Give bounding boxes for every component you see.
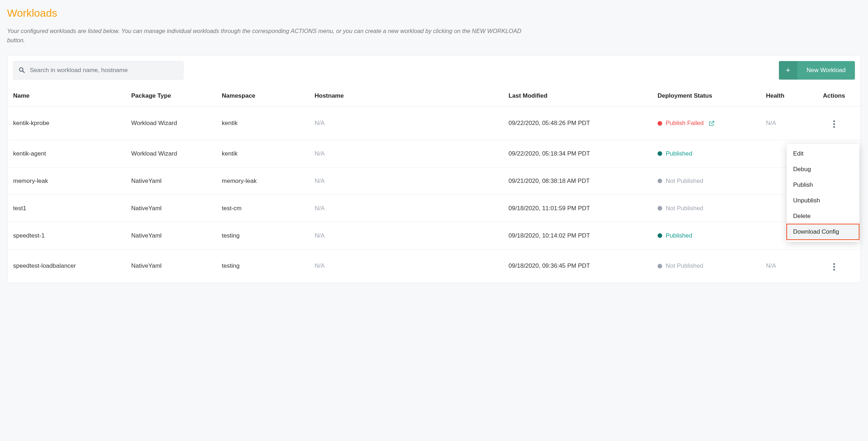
status-dot (658, 233, 662, 238)
cell-deployment-status: Not Published (652, 195, 760, 222)
cell-package-type: NativeYaml (126, 195, 216, 222)
table-row[interactable]: memory-leakNativeYamlmemory-leakN/A09/21… (7, 167, 861, 195)
cell-package-type: NativeYaml (126, 222, 216, 249)
status-text: Publish Failed (666, 120, 704, 127)
col-deployment-status[interactable]: Deployment Status (652, 85, 760, 107)
status-dot (658, 179, 662, 183)
cell-name: kentik-kprobe (7, 107, 126, 140)
status-dot (658, 121, 662, 126)
cell-last-modified: 09/18/2020, 10:14:02 PM PDT (503, 222, 652, 249)
status-text: Not Published (666, 205, 703, 212)
cell-last-modified: 09/21/2020, 08:38:18 AM PDT (503, 167, 652, 195)
new-workload-label: New Workload (797, 61, 855, 80)
status-dot (658, 151, 662, 156)
page-title: Workloads (7, 7, 861, 19)
table-row[interactable]: speedtest-1NativeYamltestingN/A09/18/202… (7, 222, 861, 249)
col-health[interactable]: Health (760, 85, 807, 107)
health-value: N/A (766, 262, 776, 269)
cell-namespace: testing (216, 222, 309, 249)
cell-deployment-status: Published (652, 140, 760, 167)
status-text: Published (666, 232, 692, 239)
cell-actions (807, 249, 861, 283)
cell-hostname: N/A (309, 249, 503, 283)
card-header: + New Workload (7, 55, 861, 85)
cell-hostname: N/A (309, 167, 503, 195)
cell-deployment-status: Not Published (652, 167, 760, 195)
cell-hostname: N/A (309, 222, 503, 249)
cell-package-type: Workload Wizard (126, 140, 216, 167)
cell-name: speedtest-loadbalancer (7, 249, 126, 283)
cell-actions (807, 107, 861, 140)
svg-line-0 (711, 121, 714, 124)
workloads-table: Name Package Type Namespace Hostname Las… (7, 85, 861, 283)
table-row[interactable]: test1NativeYamltest-cmN/A09/18/2020, 11:… (7, 195, 861, 222)
status-text: Not Published (666, 178, 703, 185)
menu-item-unpublish[interactable]: Unpublish (787, 193, 859, 208)
cell-deployment-status: Publish Failed (652, 107, 760, 140)
cell-namespace: kentik (216, 140, 309, 167)
menu-item-download-config[interactable]: Download Config (787, 224, 859, 240)
table-row[interactable]: kentik-agentWorkload WizardkentikN/A09/2… (7, 140, 861, 167)
cell-namespace: kentik (216, 107, 309, 140)
actions-kebab[interactable] (831, 261, 837, 273)
cell-deployment-status: Not Published (652, 249, 760, 283)
cell-health: N/A (760, 107, 807, 140)
col-name[interactable]: Name (7, 85, 126, 107)
page-subtitle: Your configured workloads are listed bel… (7, 26, 539, 45)
status-text: Not Published (666, 262, 703, 270)
cell-package-type: NativeYaml (126, 167, 216, 195)
status-text: Published (666, 150, 692, 157)
workloads-card: + New Workload Name Package Type Namespa… (7, 55, 861, 283)
table-header-row: Name Package Type Namespace Hostname Las… (7, 85, 861, 107)
col-actions: Actions (807, 85, 861, 107)
cell-last-modified: 09/18/2020, 09:36:45 PM PDT (503, 249, 652, 283)
cell-hostname: N/A (309, 107, 503, 140)
col-namespace[interactable]: Namespace (216, 85, 309, 107)
cell-hostname: N/A (309, 195, 503, 222)
cell-name: speedtest-1 (7, 222, 126, 249)
table-row[interactable]: speedtest-loadbalancerNativeYamltestingN… (7, 249, 861, 283)
cell-name: memory-leak (7, 167, 126, 195)
cell-package-type: Workload Wizard (126, 107, 216, 140)
col-last-modified[interactable]: Last Modified (503, 85, 652, 107)
col-package-type[interactable]: Package Type (126, 85, 216, 107)
actions-kebab[interactable] (831, 118, 837, 130)
cell-deployment-status: Published (652, 222, 760, 249)
status-dot (658, 264, 662, 268)
cell-name: kentik-agent (7, 140, 126, 167)
new-workload-button[interactable]: + New Workload (779, 61, 855, 80)
search-wrap (13, 61, 183, 80)
actions-menu[interactable]: EditDebugPublishUnpublishDeleteDownload … (787, 144, 859, 242)
menu-item-publish[interactable]: Publish (787, 177, 859, 193)
search-icon (18, 66, 26, 74)
cell-hostname: N/A (309, 140, 503, 167)
cell-namespace: test-cm (216, 195, 309, 222)
table-row[interactable]: kentik-kprobeWorkload WizardkentikN/A09/… (7, 107, 861, 140)
cell-health: N/A (760, 249, 807, 283)
menu-item-edit[interactable]: Edit (787, 146, 859, 162)
health-value: N/A (766, 120, 776, 126)
cell-namespace: testing (216, 249, 309, 283)
search-input[interactable] (13, 61, 183, 80)
cell-name: test1 (7, 195, 126, 222)
external-link-icon[interactable] (709, 120, 715, 126)
menu-item-debug[interactable]: Debug (787, 162, 859, 177)
plus-icon: + (779, 61, 797, 80)
cell-namespace: memory-leak (216, 167, 309, 195)
menu-item-delete[interactable]: Delete (787, 208, 859, 224)
status-dot (658, 206, 662, 211)
cell-package-type: NativeYaml (126, 249, 216, 283)
cell-last-modified: 09/18/2020, 11:01:59 PM PDT (503, 195, 652, 222)
col-hostname[interactable]: Hostname (309, 85, 503, 107)
cell-last-modified: 09/22/2020, 05:48:26 PM PDT (503, 107, 652, 140)
cell-last-modified: 09/22/2020, 05:18:34 PM PDT (503, 140, 652, 167)
table-wrap: Name Package Type Namespace Hostname Las… (7, 85, 861, 283)
